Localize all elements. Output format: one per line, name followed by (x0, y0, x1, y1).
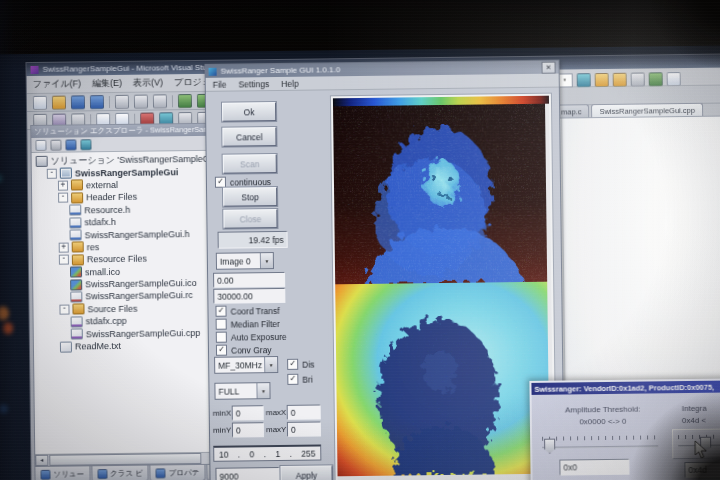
header-icon (70, 229, 82, 240)
properties-icon[interactable] (35, 139, 46, 150)
dis-checkbox[interactable]: ✓ Dis (287, 359, 314, 370)
bri-checkbox[interactable]: ✓ Bri (287, 374, 313, 385)
filter-checkbox[interactable]: ✓Coord Transf (215, 305, 279, 317)
tree-item[interactable]: ReadMe.txt (36, 338, 236, 353)
scan-button[interactable]: Scan (223, 154, 277, 174)
ok-button[interactable]: Ok (222, 102, 276, 122)
filter-checkbox[interactable]: Auto Exposure (216, 331, 287, 343)
tree-item-label: external (86, 180, 118, 190)
view-code-icon[interactable] (80, 139, 91, 150)
tree-expander-icon[interactable]: - (47, 168, 57, 178)
port-field[interactable]: 9000 (215, 467, 279, 480)
checkbox-box[interactable] (216, 319, 227, 330)
rc-icon (70, 291, 82, 302)
apply-button[interactable]: Apply (280, 465, 332, 480)
screen: SwissRangerSampleGui - Microsoft Visual … (0, 46, 720, 480)
ip-octet[interactable]: 255 (301, 448, 315, 458)
tool-window-tab[interactable]: クラス ビ (91, 466, 149, 480)
tree-expander-icon[interactable]: - (59, 255, 69, 265)
continuous-checkbox[interactable]: ✓ continuous (215, 176, 271, 188)
maxy-label: maxY (266, 425, 287, 434)
new-file-icon[interactable] (33, 95, 47, 109)
vs-menu-item[interactable]: 編集(E) (92, 77, 122, 90)
tree-item-label: Resource Files (87, 254, 147, 265)
maxx-field[interactable]: 0 (287, 404, 321, 419)
dialog-menu-item[interactable]: File (213, 79, 227, 89)
ip-octet[interactable]: 10 (219, 449, 229, 459)
paste-icon[interactable] (153, 94, 167, 108)
dist-max-field[interactable]: 30000.00 (213, 288, 285, 304)
add-item-icon[interactable] (595, 73, 609, 87)
add-existing-icon[interactable] (613, 73, 627, 87)
resolution-combo[interactable]: FULL ▼ (214, 382, 270, 400)
miny-label: minY (213, 426, 231, 435)
filter-checkbox[interactable]: Median Filter (216, 318, 280, 330)
tool-window-tab-icon (97, 469, 107, 479)
device-dialog-titlebar[interactable]: Swissranger: VendorID:0x1ad2, ProductID:… (531, 380, 720, 394)
tree-item[interactable]: ソリューション 'SwissRangerSampleGui' (1 プロジェクト… (34, 153, 234, 168)
checkbox-box[interactable]: ✓ (215, 306, 226, 317)
filter-checkbox[interactable]: ✓Conv Gray (216, 344, 272, 356)
checkbox-box[interactable] (216, 332, 227, 343)
chevron-down-icon[interactable]: ▼ (256, 383, 269, 398)
vs-menu-item[interactable]: ファイル(F) (33, 77, 81, 91)
ip-octet[interactable]: 0 (250, 449, 255, 459)
find-in-files-icon[interactable] (577, 73, 591, 87)
ip-separator: . (290, 448, 292, 458)
tree-item-label: stdafx.h (84, 217, 116, 227)
save-icon[interactable] (71, 95, 85, 109)
dialog-menubar: FileSettingsHelp (206, 74, 559, 92)
checkbox-box[interactable]: ✓ (287, 359, 298, 370)
refresh-icon[interactable] (65, 139, 76, 150)
checkbox-box[interactable]: ✓ (287, 374, 298, 385)
cancel-button[interactable]: Cancel (222, 127, 276, 147)
ip-address-field[interactable]: 10.0.1.255 (213, 444, 321, 461)
amplitude-slider[interactable] (542, 445, 658, 448)
checkbox-box[interactable]: ✓ (216, 345, 227, 356)
tool-window-tab[interactable]: ソリュー (34, 466, 90, 480)
save-all-icon[interactable] (90, 95, 104, 109)
integration-value-field[interactable]: 0x4d (684, 461, 720, 478)
chevron-down-icon[interactable]: ▼ (264, 357, 277, 372)
tree-item-label: Header Files (86, 192, 137, 203)
go-icon[interactable] (649, 72, 663, 86)
maxy-field[interactable]: 0 (287, 421, 321, 436)
dialog-menu-item[interactable]: Help (281, 78, 299, 88)
search-icon[interactable] (667, 72, 681, 86)
checkbox-box[interactable]: ✓ (215, 177, 226, 188)
ip-octet[interactable]: 1 (275, 448, 280, 458)
amplitude-slider-ticks (542, 435, 658, 440)
undo-icon[interactable] (178, 94, 192, 108)
image-select-combo[interactable]: Image 0 ▼ (216, 252, 274, 270)
open-folder-icon[interactable] (52, 95, 66, 109)
image-icon (70, 279, 82, 290)
image-display-frame (331, 94, 556, 480)
miny-field[interactable]: 0 (232, 422, 264, 437)
photo-of-laptop-screen: SwissRangerSampleGui - Microsoft Visual … (0, 0, 720, 480)
tree-expander-icon[interactable]: - (58, 193, 68, 203)
copy-icon[interactable] (134, 94, 148, 108)
amplitude-value-field[interactable]: 0x0 (559, 459, 629, 476)
close-icon[interactable]: ✕ (541, 61, 555, 73)
tool-window-tab-icon (156, 468, 166, 478)
scrollbar-thumb[interactable] (49, 453, 201, 466)
dist-min-field[interactable]: 0.00 (213, 272, 285, 288)
dialog-menu-item[interactable]: Settings (238, 79, 269, 89)
close-button[interactable]: Close (223, 209, 277, 229)
tools-icon[interactable] (631, 73, 645, 87)
vs-menu-item[interactable]: 表示(V) (133, 76, 163, 89)
horizontal-scrollbar[interactable]: ◄ ► (35, 452, 237, 466)
modulation-combo[interactable]: MF_30MHz ▼ (214, 356, 278, 374)
tree-expander-icon[interactable]: - (59, 304, 69, 314)
show-all-files-icon[interactable] (50, 139, 61, 150)
amplitude-slider-thumb[interactable] (544, 439, 555, 454)
tool-window-tab[interactable]: プロパテ (150, 465, 206, 480)
scroll-left-icon[interactable]: ◄ (35, 455, 48, 466)
amplitude-threshold-label: Amplitude Threshold: 0x0000 <-> 0 (544, 403, 662, 428)
tree-expander-icon[interactable]: + (59, 242, 69, 252)
tree-expander-icon[interactable]: + (58, 181, 68, 191)
stop-button[interactable]: Stop (223, 187, 277, 207)
cut-icon[interactable] (115, 94, 129, 108)
chevron-down-icon[interactable]: ▼ (260, 253, 273, 268)
minx-field[interactable]: 0 (232, 405, 264, 420)
